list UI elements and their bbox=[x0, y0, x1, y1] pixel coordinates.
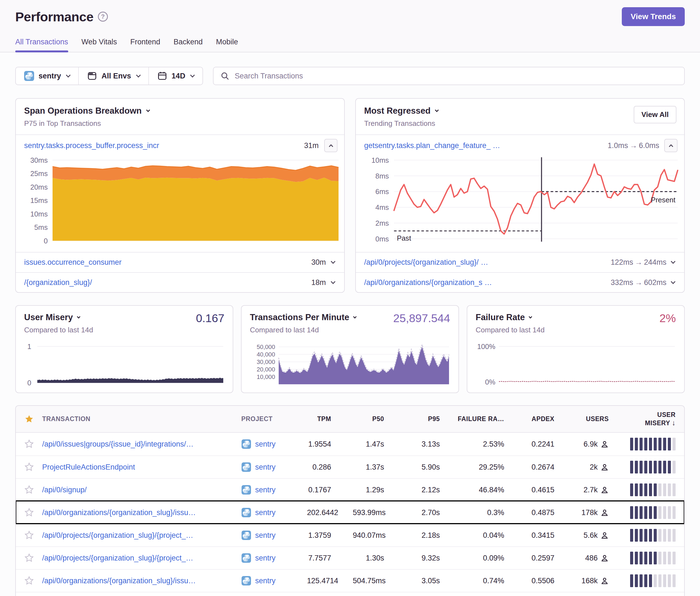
chevron-down-icon[interactable] bbox=[331, 279, 335, 284]
user-misery-title[interactable]: User Misery bbox=[24, 312, 73, 322]
sort-descending-icon: ↓ bbox=[672, 419, 676, 427]
help-icon[interactable]: ? bbox=[98, 11, 108, 22]
column-header-apdex[interactable]: APDEX bbox=[521, 415, 573, 423]
tab-backend[interactable]: Backend bbox=[174, 38, 203, 52]
chevron-up-icon bbox=[669, 144, 673, 149]
column-header-p95[interactable]: P95 bbox=[403, 415, 457, 423]
chevron-down-icon[interactable] bbox=[671, 259, 676, 264]
tab-all-transactions[interactable]: All Transactions bbox=[15, 38, 68, 52]
star-outline-icon[interactable] bbox=[24, 462, 34, 472]
star-outline-icon[interactable] bbox=[24, 530, 34, 540]
transaction-link[interactable]: /api/0/projects/{organization_slug}/{pro… bbox=[42, 554, 228, 563]
column-header-project[interactable]: PROJECT bbox=[233, 415, 307, 423]
svg-text:0%: 0% bbox=[485, 378, 495, 386]
p95-value: 5.90s bbox=[403, 463, 457, 471]
environment-filter[interactable]: All Envs bbox=[79, 67, 148, 84]
svg-text:15ms: 15ms bbox=[30, 197, 48, 204]
view-trends-button[interactable]: View Trends bbox=[622, 7, 685, 26]
user-icon bbox=[600, 577, 609, 585]
star-outline-icon[interactable] bbox=[24, 553, 34, 563]
project-link[interactable]: sentry bbox=[255, 577, 276, 585]
regression-range: 332ms→602ms bbox=[611, 278, 667, 287]
svg-text:25ms: 25ms bbox=[30, 170, 48, 177]
collapse-button[interactable] bbox=[664, 139, 678, 152]
failure_rate-value: 0.09% bbox=[457, 554, 521, 563]
project-link[interactable]: sentry bbox=[255, 463, 276, 471]
date-filter[interactable]: 14D bbox=[149, 67, 203, 84]
search-box[interactable] bbox=[213, 67, 685, 85]
chevron-down-icon[interactable] bbox=[671, 279, 676, 284]
filter-row: sentry All Envs 14D bbox=[15, 67, 685, 85]
star-filled-icon[interactable] bbox=[24, 414, 34, 424]
span-operations-title[interactable]: Span Operations Breakdown bbox=[24, 106, 142, 116]
project-filter[interactable]: sentry bbox=[16, 67, 78, 84]
project-link[interactable]: sentry bbox=[255, 440, 276, 448]
most-regressed-subtitle: Trending Transactions bbox=[364, 119, 676, 128]
most-regressed-panel: Most Regressed Trending Transactions Vie… bbox=[355, 98, 685, 293]
column-header-p50[interactable]: P50 bbox=[353, 415, 403, 423]
tab-mobile[interactable]: Mobile bbox=[216, 38, 238, 52]
tab-web-vitals[interactable]: Web Vitals bbox=[81, 38, 117, 52]
table-row: /api/0/projects/{organization_slug}/{pro… bbox=[16, 524, 684, 546]
regressed-transaction-link[interactable]: /api/0/projects/{organization_slug}/ … bbox=[364, 258, 611, 267]
span-accordion-expanded: sentry.tasks.process_buffer.process_incr… bbox=[16, 135, 344, 152]
svg-text:10ms: 10ms bbox=[30, 210, 48, 218]
svg-text:1: 1 bbox=[27, 343, 31, 351]
collapse-button[interactable] bbox=[324, 139, 338, 152]
star-outline-icon[interactable] bbox=[24, 439, 34, 449]
python-project-icon bbox=[241, 530, 251, 540]
column-header-users[interactable]: USERS bbox=[573, 415, 629, 423]
chevron-down-icon[interactable] bbox=[331, 259, 335, 264]
regression-range: 1.0ms→6.0ms bbox=[608, 141, 659, 150]
p50-value: 1.37s bbox=[353, 463, 403, 471]
star-outline-icon[interactable] bbox=[24, 508, 34, 517]
tpm-title[interactable]: Transactions Per Minute bbox=[250, 312, 349, 322]
column-header-failure-ra-[interactable]: FAILURE RA… bbox=[457, 415, 521, 423]
project-link[interactable]: sentry bbox=[255, 486, 276, 494]
transaction-link[interactable]: /api/0/organizations/{organization_slug}… bbox=[42, 509, 228, 517]
svg-text:20ms: 20ms bbox=[30, 183, 48, 191]
tab-frontend[interactable]: Frontend bbox=[130, 38, 160, 52]
user-misery-bars bbox=[629, 484, 684, 496]
transaction-link[interactable]: /api/0/organizations/{organization_slug}… bbox=[42, 577, 228, 585]
regression-range: 122ms→244ms bbox=[611, 258, 667, 267]
svg-text:10ms: 10ms bbox=[371, 156, 389, 164]
failure_rate-value: 2.53% bbox=[457, 440, 521, 448]
svg-text:4ms: 4ms bbox=[376, 204, 389, 211]
transaction-link[interactable]: ProjectRuleActionsEndpoint bbox=[42, 463, 228, 471]
project-link[interactable]: sentry bbox=[255, 531, 276, 540]
transaction-link[interactable]: /api/0/projects/{organization_slug}/{pro… bbox=[42, 531, 228, 540]
environment-filter-label: All Envs bbox=[101, 72, 131, 80]
span-transaction-link[interactable]: sentry.tasks.process_buffer.process_incr bbox=[24, 141, 298, 150]
regressed-transaction-link[interactable]: getsentry.tasks.plan_change_feature_ … bbox=[364, 141, 608, 150]
span-transaction-link[interactable]: /{organization_slug}/ bbox=[24, 278, 306, 287]
column-header-transaction[interactable]: TRANSACTION bbox=[42, 415, 233, 423]
transaction-link[interactable]: /api/0/signup/ bbox=[42, 486, 228, 494]
p95-value: 2.70s bbox=[403, 509, 457, 517]
regressed-transaction-link[interactable]: /api/0/organizations/{organization_s … bbox=[364, 278, 611, 287]
failure-rate-title[interactable]: Failure Rate bbox=[476, 312, 525, 322]
star-outline-icon[interactable] bbox=[24, 485, 34, 495]
star-outline-icon[interactable] bbox=[24, 576, 34, 586]
project-link[interactable]: sentry bbox=[255, 554, 276, 563]
apdex-value: 0.2674 bbox=[521, 463, 573, 471]
span-transaction-link[interactable]: issues.occurrence_consumer bbox=[24, 258, 306, 267]
users-value: 5.6k bbox=[573, 531, 629, 540]
svg-text:30,000: 30,000 bbox=[256, 358, 275, 365]
user-icon bbox=[600, 486, 609, 494]
python-project-icon bbox=[241, 576, 251, 586]
table-row: /api/0/organizations/{organization_slug}… bbox=[16, 569, 684, 592]
failure_rate-value: 46.84% bbox=[457, 486, 521, 494]
column-header-user-misery[interactable]: USER MISERY↓ bbox=[629, 411, 684, 427]
transaction-link[interactable]: /api/0/issues|groups/{issue_id}/integrat… bbox=[42, 440, 228, 448]
user-misery-bars bbox=[629, 438, 684, 450]
span-operations-subtitle: P75 in Top Transactions bbox=[24, 119, 336, 128]
view-all-button[interactable]: View All bbox=[634, 106, 676, 123]
search-input[interactable] bbox=[234, 72, 678, 80]
most-regressed-title[interactable]: Most Regressed bbox=[364, 106, 430, 116]
project-link[interactable]: sentry bbox=[255, 509, 276, 517]
column-header-tpm[interactable]: TPM bbox=[307, 415, 353, 423]
svg-text:8ms: 8ms bbox=[376, 172, 389, 180]
p95-value: 3.05s bbox=[403, 577, 457, 585]
table-row: /api/0/organizations/{organization_slug}… bbox=[16, 501, 684, 524]
